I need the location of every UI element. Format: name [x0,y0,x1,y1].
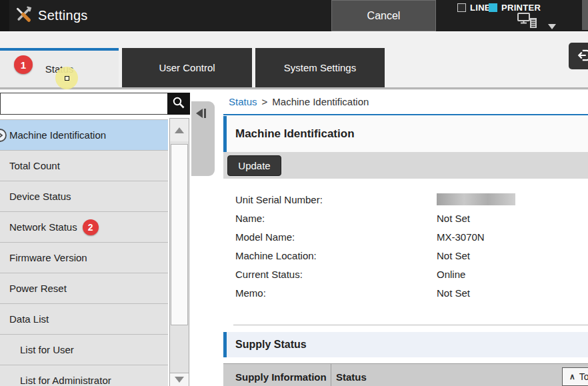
annotation-step-2-badge: 2 [83,219,99,235]
field-value: Online [437,269,465,280]
sidebar-collapse-handle[interactable] [191,101,215,176]
menu-item-label: Firmware Version [9,252,87,263]
sidebar-item-firmware-version[interactable]: Firmware Version [0,243,168,273]
supply-table-header: Supply Information Status [223,363,588,386]
scroll-down-button[interactable] [170,373,189,386]
sidebar-item-list-for-user[interactable]: List for User [0,335,168,365]
tab-row: Status User Control System Settings Admi… [0,32,588,90]
sidebar-item-data-list[interactable]: Data List [0,304,168,335]
tab-system-settings[interactable]: System Settings [255,48,385,87]
field-label: Memo: [235,287,266,299]
supply-information-column-header: Supply Information [223,364,331,386]
search-button[interactable] [167,93,190,115]
machine-identification-section-header: Machine Identification [223,116,588,152]
field-value: Not Set [437,250,470,261]
top-bar-edge [0,0,9,31]
sidebar-item-total-count[interactable]: Total Count [0,151,168,181]
field-label: Machine Location: [235,250,317,261]
breadcrumb-current: Machine Identification [272,96,369,107]
printer-indicator: PRINTER [489,3,541,13]
scroll-up-button[interactable] [170,119,189,141]
breadcrumb-status-link[interactable]: Status [229,96,257,107]
breadcrumb: Status > Machine Identification [229,96,369,107]
field-row-memo: Memo: Not Set [223,283,588,302]
menu-item-label: Total Count [9,160,60,171]
annotation-step-1-badge: 1 [14,55,33,74]
accent-rule [223,114,588,115]
printer-label: PRINTER [501,3,541,13]
settings-tools-icon [13,5,32,27]
menu-item-label: Power Reset [9,283,67,294]
scrollbar-thumb[interactable] [171,144,188,325]
sidebar-item-network-status[interactable]: Network Status 2 [0,212,168,243]
top-bar: Settings Cancel LINE PRINTER [0,0,588,31]
field-value: Not Set [437,213,470,224]
chevron-up-icon: ∧ [569,372,575,381]
tab-user-control[interactable]: User Control [122,48,252,87]
sidebar-item-device-status[interactable]: Device Status [0,181,168,212]
sidebar-item-list-for-administrator[interactable]: List for Administrator [0,365,168,386]
machine-info-fields: Unit Serial Number: Name: Not Set Model … [223,190,588,302]
arrow-down-icon [175,377,184,383]
app-brand: Settings [13,0,88,31]
field-row-unit-serial-number: Unit Serial Number: [223,190,588,209]
printer-monitor-icon [517,12,539,33]
field-label: Unit Serial Number: [235,194,323,205]
redacted-serial-number [437,193,515,205]
menu-item-label: Device Status [9,191,71,202]
selected-item-icon [0,128,7,145]
update-button[interactable]: Update [227,155,281,176]
line-label: LINE [470,3,491,13]
printer-lamp-icon [489,3,497,12]
menu-item-label: List for User [20,344,74,355]
sidebar-scrollbar[interactable] [169,118,189,386]
arrow-up-icon [175,127,184,133]
cursor-highlight-annotation [55,67,78,89]
menu-item-label: List for Administrator [20,375,111,386]
menu-item-label: Network Status [9,221,77,233]
cursor-icon [65,76,69,81]
field-value: MX-3070N [437,231,485,243]
section-title: Machine Identification [227,127,355,141]
status-column-header: Status [331,364,367,386]
search-input[interactable] [0,93,168,115]
printer-dropdown-caret-icon[interactable] [548,24,556,29]
supply-status-title: Supply Status [227,339,307,351]
login-arrow-icon [577,48,588,65]
to-top-button[interactable]: ∧ To Top [562,367,588,386]
admin-login-button[interactable]: Admin Login [569,43,588,69]
sidebar-item-machine-identification[interactable]: Machine Identification [0,120,168,151]
search-icon [172,96,185,111]
line-lamp-icon [457,3,466,12]
field-value: Not Set [437,287,470,299]
field-label: Current Status: [235,269,303,280]
sidebar-menu: Machine Identification Total Count Devic… [0,119,168,386]
main-content: Status > Machine Identification Machine … [223,90,588,386]
collapse-left-icon [196,109,206,118]
section-toolbar: Update [223,152,588,179]
field-label: Model Name: [235,231,295,243]
field-row-model-name: Model Name: MX-3070N [223,227,588,246]
field-label: Name: [235,213,265,224]
field-row-name: Name: Not Set [223,209,588,227]
menu-item-label: Data List [9,313,49,325]
sidebar-item-power-reset[interactable]: Power Reset [0,273,168,304]
breadcrumb-separator: > [262,96,268,107]
top-bar-right-edge [582,0,588,30]
field-row-current-status: Current Status: Online [223,265,588,283]
to-top-label: To Top [579,371,588,382]
tab-baseline [0,87,588,89]
cancel-button[interactable]: Cancel [331,0,436,31]
settings-screen: Settings Cancel LINE PRINTER Status User… [0,0,588,386]
menu-item-label: Machine Identification [9,129,106,141]
line-indicator: LINE [457,3,491,13]
field-row-machine-location: Machine Location: Not Set [223,246,588,265]
sidebar: Machine Identification Total Count Devic… [0,90,220,386]
section-divider [233,325,588,325]
app-title: Settings [38,8,88,23]
supply-status-section-header: Supply Status [223,332,588,357]
